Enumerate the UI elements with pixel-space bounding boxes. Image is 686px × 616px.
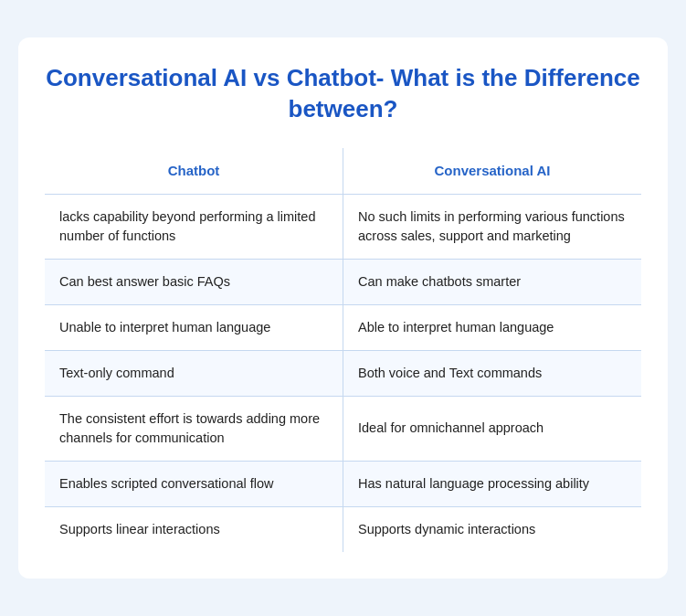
ai-cell: Ideal for omnichannel approach bbox=[343, 396, 642, 461]
chatbot-cell: Text-only command bbox=[45, 350, 343, 396]
ai-cell: Has natural language processing ability bbox=[343, 461, 642, 506]
page-title: Conversational AI vs Chatbot- What is th… bbox=[44, 63, 642, 125]
main-container: Conversational AI vs Chatbot- What is th… bbox=[18, 37, 668, 578]
comparison-table: Chatbot Conversational AI lacks capabili… bbox=[44, 147, 642, 553]
ai-cell: Both voice and Text commands bbox=[343, 350, 642, 396]
chatbot-cell: The consistent effort is towards adding … bbox=[45, 396, 343, 461]
ai-cell: Supports dynamic interactions bbox=[343, 506, 642, 552]
chatbot-cell: Supports linear interactions bbox=[45, 506, 343, 552]
table-row: Text-only commandBoth voice and Text com… bbox=[45, 350, 642, 396]
table-header-row: Chatbot Conversational AI bbox=[45, 147, 642, 194]
table-row: The consistent effort is towards adding … bbox=[45, 396, 642, 461]
ai-cell: Can make chatbots smarter bbox=[343, 259, 642, 304]
header-conversational-ai: Conversational AI bbox=[343, 147, 642, 194]
header-chatbot: Chatbot bbox=[45, 147, 343, 194]
table-row: Unable to interpret human languageAble t… bbox=[45, 304, 642, 350]
chatbot-cell: lacks capability beyond performing a lim… bbox=[45, 194, 343, 259]
chatbot-cell: Unable to interpret human language bbox=[45, 304, 343, 350]
ai-cell: No such limits in performing various fun… bbox=[343, 194, 642, 259]
table-row: Supports linear interactionsSupports dyn… bbox=[45, 506, 642, 552]
table-row: Can best answer basic FAQsCan make chatb… bbox=[45, 259, 642, 304]
chatbot-cell: Can best answer basic FAQs bbox=[45, 259, 343, 304]
table-row: lacks capability beyond performing a lim… bbox=[45, 194, 642, 259]
chatbot-cell: Enables scripted conversational flow bbox=[45, 461, 343, 506]
ai-cell: Able to interpret human language bbox=[343, 304, 642, 350]
table-row: Enables scripted conversational flowHas … bbox=[45, 461, 642, 506]
